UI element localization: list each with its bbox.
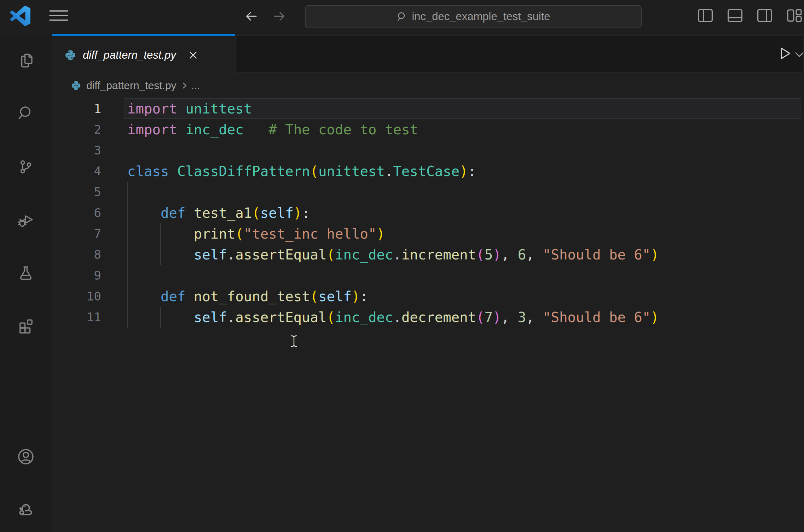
code-token: unittest	[185, 101, 252, 117]
vscode-window: inc_dec_example_test_suite	[0, 0, 804, 532]
gutter: 1234567891011	[52, 98, 101, 328]
code-token: inc_dec	[335, 247, 393, 263]
code-token: import	[127, 101, 177, 117]
code-token: )	[352, 288, 360, 304]
source-control-icon[interactable]	[17, 158, 35, 176]
code-token: inc_dec	[185, 122, 243, 138]
indent-guide	[160, 223, 161, 244]
breadcrumb-file[interactable]: diff_pattern_test.py	[86, 80, 177, 92]
vscode-logo-icon	[10, 6, 30, 26]
code-token: "Should be 6"	[543, 247, 650, 263]
indent-guide	[127, 223, 128, 244]
code-token: class	[127, 163, 169, 179]
code-line[interactable]: import inc_dec # The code to test	[127, 119, 804, 140]
code-line[interactable]: def not_found_test(self):	[127, 286, 804, 307]
chevron-right-icon	[180, 81, 189, 90]
code-token: self	[194, 247, 227, 263]
toggle-panel-icon[interactable]	[727, 8, 743, 23]
testing-flask-icon[interactable]	[17, 264, 35, 282]
tab-close-icon[interactable]	[186, 48, 200, 62]
search-placeholder-text: inc_dec_example_test_suite	[412, 10, 550, 23]
run-and-debug-icon[interactable]	[17, 211, 35, 229]
explorer-icon[interactable]	[17, 52, 35, 70]
editor[interactable]: 1234567891011 import unittestimport inc_…	[52, 98, 804, 532]
code-lines: import unittestimport inc_dec # The code…	[127, 98, 804, 328]
code-token: (	[476, 309, 484, 325]
run-dropdown-chevron-icon[interactable]	[794, 51, 804, 59]
accounts-icon[interactable]	[16, 447, 36, 467]
code-line[interactable]: class ClassDiffPattern(unittest.TestCase…	[127, 161, 804, 182]
code-token: self	[260, 205, 294, 221]
code-token: (	[327, 247, 335, 263]
tab-diff-pattern-test[interactable]: diff_pattern_test.py	[52, 34, 235, 75]
code-line[interactable]	[127, 182, 804, 203]
code-line[interactable]: import unittest	[125, 98, 800, 119]
code-token	[177, 122, 185, 138]
indent-guide	[127, 182, 128, 203]
code-token: 7	[485, 309, 493, 325]
line-number: 5	[52, 182, 101, 203]
breadcrumb-ellipsis[interactable]: ...	[191, 80, 200, 92]
code-token: :	[468, 163, 476, 179]
indent-guide	[160, 244, 161, 265]
tab-label: diff_pattern_test.py	[83, 49, 176, 62]
code-token	[177, 101, 185, 117]
code-token: .	[393, 247, 401, 263]
code-token: )	[650, 309, 659, 325]
run-python-file-icon[interactable]	[776, 45, 793, 62]
title-bar: inc_dec_example_test_suite	[0, 0, 804, 34]
code-token: (	[252, 205, 260, 221]
code-token: import	[127, 122, 177, 138]
code-token: :	[302, 205, 310, 221]
code-token: (	[476, 247, 484, 263]
code-token: )	[650, 247, 659, 263]
indent-guide	[160, 307, 161, 328]
menu-hamburger-icon[interactable]	[49, 9, 68, 23]
code-token: (	[310, 288, 318, 304]
code-token: .	[227, 247, 235, 263]
code-token: (	[310, 163, 318, 179]
code-line[interactable]: self.assertEqual(inc_dec.increment(5), 6…	[127, 244, 804, 265]
toggle-secondary-sidebar-icon[interactable]	[757, 8, 773, 23]
code-token: )	[493, 247, 501, 263]
code-token	[185, 288, 193, 304]
code-line[interactable]: print("test_inc hello")	[127, 223, 804, 244]
code-token: )	[459, 163, 468, 179]
breadcrumb: diff_pattern_test.py ...	[52, 73, 804, 98]
indent-guide	[127, 307, 128, 328]
back-arrow-icon[interactable]	[244, 9, 258, 23]
code-line[interactable]: self.assertEqual(inc_dec.decrement(7), 3…	[127, 307, 804, 328]
code-token: ,	[501, 247, 518, 263]
toggle-primary-sidebar-icon[interactable]	[697, 8, 713, 23]
code-token	[127, 288, 161, 304]
forward-arrow-icon[interactable]	[272, 9, 287, 23]
code-line[interactable]	[127, 140, 804, 161]
code-token	[169, 163, 177, 179]
code-token: unittest	[318, 163, 385, 179]
customize-layout-icon[interactable]	[786, 8, 803, 23]
code-token: 5	[485, 247, 493, 263]
code-token	[127, 205, 161, 221]
command-center-search[interactable]: inc_dec_example_test_suite	[305, 5, 642, 28]
line-number: 11	[52, 307, 101, 328]
code-token: )	[376, 226, 384, 242]
line-number: 8	[52, 244, 101, 265]
code-line[interactable]: def test_a1(self):	[127, 203, 804, 223]
code-token: )	[294, 205, 302, 221]
code-token: # The code to test	[268, 122, 418, 138]
python-file-icon	[71, 80, 81, 91]
code-token: self	[318, 288, 352, 304]
python-environments-icon[interactable]	[16, 498, 36, 518]
code-token: )	[493, 309, 501, 325]
code-line[interactable]	[127, 265, 804, 286]
code-token: .	[393, 309, 401, 325]
python-file-icon	[64, 49, 76, 61]
code-token: def	[161, 288, 185, 304]
code-token: decrement	[401, 309, 476, 325]
indent-guide	[127, 265, 128, 286]
code-token: print	[194, 226, 235, 242]
extensions-icon[interactable]	[17, 317, 35, 335]
search-view-icon[interactable]	[17, 104, 35, 122]
activity-bar	[0, 34, 52, 532]
tab-strip: diff_pattern_test.py	[52, 34, 804, 73]
